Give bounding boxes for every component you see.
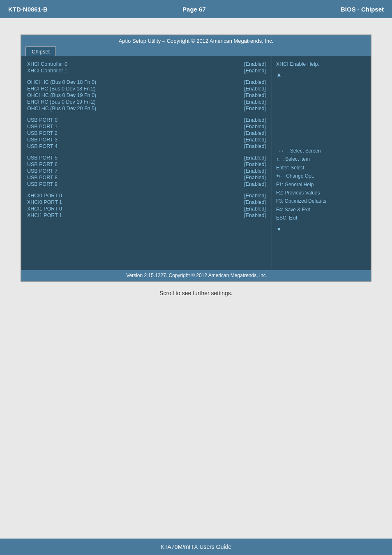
- key-legend-item: ESC: Exit: [276, 214, 367, 222]
- table-row: USB PORT 9[Enabled]: [27, 181, 266, 187]
- key-legend-item: ↑↓ : Select Item: [276, 155, 367, 163]
- table-row: EHCI HC (Bus 0 Dev 19 Fn 2)[Enabled]: [27, 99, 266, 105]
- bottom-footer: KTA70M/mITX Users Guide: [0, 539, 392, 555]
- item-label: USB PORT 8: [27, 175, 58, 180]
- item-value: [Enabled]: [244, 213, 266, 218]
- item-label: XHCI1 PORT 0: [27, 206, 62, 212]
- item-value: [Enabled]: [244, 92, 266, 98]
- item-label: XHCI0 PORT 0: [27, 193, 62, 199]
- item-label: USB PORT 5: [27, 155, 58, 161]
- help-text: XHCI Enable Help.: [276, 61, 367, 67]
- table-row: USB PORT 4[Enabled]: [27, 143, 266, 149]
- table-row: XHCI Controller 0[Enabled]: [27, 61, 266, 67]
- key-legend: →← : Select Screen↑↓ : Select ItemEnter:…: [276, 147, 367, 222]
- page-header: KTD-N0861-B Page 67 BIOS - Chipset: [0, 0, 392, 18]
- item-value: [Enabled]: [244, 106, 266, 111]
- item-label: EHCI HC (Bus 0 Dev 19 Fn 2): [27, 99, 96, 105]
- bios-container: Aptio Setup Utility – Copyright © 2012 A…: [21, 35, 371, 282]
- item-label: USB PORT 9: [27, 181, 58, 187]
- item-value: [Enabled]: [244, 143, 266, 149]
- table-row: XHCI1 PORT 1[Enabled]: [27, 213, 266, 218]
- header-center: Page 67: [182, 6, 206, 13]
- footer-bar: Version 2.15.1227. Copyright © 2012 Amer…: [21, 270, 371, 281]
- item-label: XHCI Controller 1: [27, 68, 67, 74]
- table-row: USB PORT 6[Enabled]: [27, 162, 266, 167]
- item-label: USB PORT 3: [27, 137, 58, 143]
- table-row: XHCI0 PORT 1[Enabled]: [27, 199, 266, 205]
- table-row: USB PORT 0[Enabled]: [27, 117, 266, 123]
- table-row: USB PORT 8[Enabled]: [27, 175, 266, 180]
- table-row: USB PORT 5[Enabled]: [27, 155, 266, 161]
- item-label: EHCI HC (Bus 0 Dev 18 Fn 2): [27, 86, 96, 92]
- key-legend-item: Enter: Select: [276, 164, 367, 172]
- key-legend-item: F3: Optimized Defaults: [276, 197, 367, 205]
- item-value: [Enabled]: [244, 130, 266, 136]
- key-legend-item: F2: Previous Values: [276, 189, 367, 197]
- item-value: [Enabled]: [244, 175, 266, 180]
- item-value: [Enabled]: [244, 124, 266, 130]
- header-left: KTD-N0861-B: [8, 6, 48, 13]
- item-label: OHCI HC (Bus 0 Dev 18 Fn 0): [27, 79, 96, 85]
- item-value: [Enabled]: [244, 168, 266, 174]
- footer-text: Version 2.15.1227. Copyright © 2012 Amer…: [126, 273, 266, 278]
- item-label: USB PORT 2: [27, 130, 58, 136]
- item-value: [Enabled]: [244, 181, 266, 187]
- item-value: [Enabled]: [244, 199, 266, 205]
- scroll-down-arrow[interactable]: ▼: [276, 226, 367, 232]
- key-legend-item: →← : Select Screen: [276, 147, 367, 155]
- table-row: USB PORT 1[Enabled]: [27, 124, 266, 130]
- title-bar-text: Aptio Setup Utility – Copyright © 2012 A…: [119, 38, 274, 44]
- key-legend-item: +/- : Change Opt.: [276, 172, 367, 180]
- item-label: XHCI Controller 0: [27, 61, 67, 67]
- item-value: [Enabled]: [244, 206, 266, 212]
- table-row: USB PORT 2[Enabled]: [27, 130, 266, 136]
- header-right: BIOS - Chipset: [341, 6, 384, 13]
- title-bar: Aptio Setup Utility – Copyright © 2012 A…: [21, 35, 371, 46]
- item-label: USB PORT 7: [27, 168, 58, 174]
- item-label: USB PORT 6: [27, 162, 58, 167]
- table-row: EHCI HC (Bus 0 Dev 18 Fn 2)[Enabled]: [27, 86, 266, 92]
- main-content: Aptio Setup Utility – Copyright © 2012 A…: [0, 18, 392, 313]
- item-value: [Enabled]: [244, 79, 266, 85]
- item-value: [Enabled]: [244, 162, 266, 167]
- item-label: USB PORT 0: [27, 117, 58, 123]
- item-value: [Enabled]: [244, 61, 266, 67]
- item-label: USB PORT 1: [27, 124, 58, 130]
- item-value: [Enabled]: [244, 68, 266, 74]
- bios-body: XHCI Controller 0[Enabled]XHCI Controlle…: [21, 56, 371, 270]
- item-value: [Enabled]: [244, 155, 266, 161]
- scroll-up-arrow[interactable]: ▲: [276, 71, 367, 78]
- table-row: OHCI HC (Bus 0 Dev 20 Fn 5)[Enabled]: [27, 106, 266, 111]
- table-row: OHCI HC (Bus 0 Dev 18 Fn 0)[Enabled]: [27, 79, 266, 85]
- key-legend-item: F4: Save & Exit: [276, 206, 367, 214]
- key-legend-item: F1: General Help: [276, 180, 367, 189]
- item-label: USB PORT 4: [27, 143, 58, 149]
- right-panel: XHCI Enable Help. ▲ →← : Select Screen↑↓…: [272, 56, 371, 270]
- left-panel: XHCI Controller 0[Enabled]XHCI Controlle…: [21, 56, 272, 270]
- item-label: OHCI HC (Bus 0 Dev 19 Fn 0): [27, 92, 96, 98]
- item-label: XHCI0 PORT 1: [27, 199, 62, 205]
- table-row: USB PORT 7[Enabled]: [27, 168, 266, 174]
- item-value: [Enabled]: [244, 99, 266, 105]
- table-row: USB PORT 3[Enabled]: [27, 137, 266, 143]
- table-row: XHCI0 PORT 0[Enabled]: [27, 193, 266, 199]
- table-row: OHCI HC (Bus 0 Dev 19 Fn 0)[Enabled]: [27, 92, 266, 98]
- table-row: XHCI Controller 1[Enabled]: [27, 68, 266, 74]
- item-label: OHCI HC (Bus 0 Dev 20 Fn 5): [27, 106, 96, 111]
- scroll-note: Scroll to see further settings.: [21, 290, 371, 296]
- item-value: [Enabled]: [244, 117, 266, 123]
- table-row: XHCI1 PORT 0[Enabled]: [27, 206, 266, 212]
- item-value: [Enabled]: [244, 193, 266, 199]
- chipset-tab[interactable]: Chipset: [25, 46, 56, 56]
- item-value: [Enabled]: [244, 137, 266, 143]
- item-label: XHCI1 PORT 1: [27, 213, 62, 218]
- tab-row: Chipset: [21, 46, 371, 56]
- item-value: [Enabled]: [244, 86, 266, 92]
